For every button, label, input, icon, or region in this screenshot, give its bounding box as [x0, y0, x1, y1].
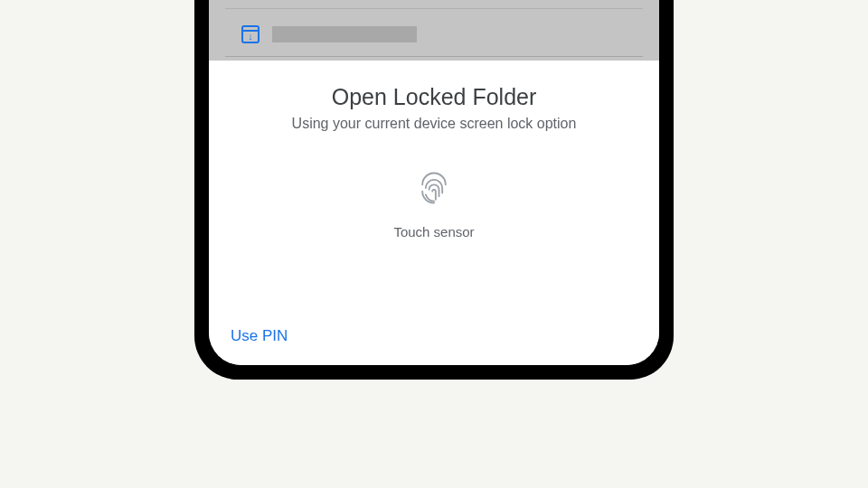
use-pin-button[interactable]: Use PIN: [231, 327, 288, 345]
archive-box-icon: [241, 25, 259, 43]
phone-frame: Open Locked Folder Using your current de…: [194, 0, 674, 380]
dialog-subtitle: Using your current device screen lock op…: [231, 116, 637, 132]
list-row-placeholder: [225, 0, 643, 9]
touch-sensor-label: Touch sensor: [393, 224, 474, 239]
background-dimmed-content: [209, 0, 659, 61]
dialog-title: Open Locked Folder: [231, 84, 637, 110]
unlock-dialog: Open Locked Folder Using your current de…: [209, 61, 659, 365]
list-row: [225, 16, 643, 57]
redacted-text-placeholder: [272, 26, 417, 42]
phone-screen: Open Locked Folder Using your current de…: [209, 0, 659, 365]
fingerprint-sensor-area[interactable]: Touch sensor: [231, 168, 637, 347]
fingerprint-icon: [414, 168, 454, 211]
